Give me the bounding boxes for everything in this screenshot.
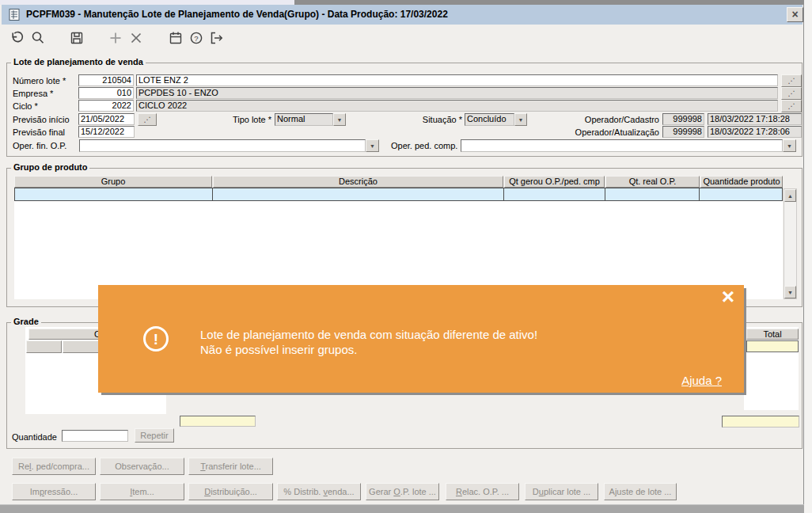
search-icon[interactable] (30, 30, 46, 46)
grade-total-cell (746, 340, 799, 352)
empresa-input[interactable]: 010 (78, 87, 134, 99)
window-document-icon (8, 8, 21, 21)
column-header-quantidade-produto[interactable]: Quantidade produto (700, 176, 783, 188)
rel-ped-compra-button[interactable]: Rel. ped/compra... (12, 458, 96, 475)
exit-icon[interactable] (208, 30, 226, 46)
oper-ped-comp-dropdown-icon[interactable]: ▼ (783, 139, 796, 152)
column-header-grupo[interactable]: Grupo (14, 176, 212, 188)
numero-lote-desc-field[interactable]: LOTE ENZ 2 (136, 74, 778, 86)
notification-toast: × ! Lote de planejamento de venda com si… (98, 285, 744, 393)
transferir-lote-button[interactable]: Transferir lote... (188, 458, 273, 475)
grade-row-header-cell-1 (26, 340, 62, 353)
relac-op-button[interactable]: Relac. O.P. ... (446, 483, 519, 500)
ciclo-lookup-button[interactable]: ⋰ (781, 100, 802, 112)
empresa-desc-field: PCPDES 10 - ENZO (136, 87, 778, 99)
numero-lote-lookup-button[interactable]: ⋰ (781, 74, 802, 87)
operador-cadastro-code-field: 999998 (662, 113, 704, 125)
distrib-venda-button[interactable]: % Distrib. venda... (277, 483, 361, 500)
ciclo-label: Ciclo * (13, 101, 38, 112)
situacao-label: Situação * (417, 115, 462, 125)
ciclo-input[interactable]: 2022 (78, 100, 134, 112)
application-window: PCPFM039 - Manutenção Lote de Planejamen… (0, 0, 812, 513)
numero-lote-input[interactable]: 210504 (78, 74, 134, 86)
selected-row-cell-qt-gerou[interactable] (504, 188, 605, 200)
selected-row-cell-qt-real[interactable] (605, 188, 700, 200)
numero-lote-label: Número lote * (13, 76, 66, 86)
grade-grand-total-field (722, 416, 799, 428)
window-title: PCPFM039 - Manutenção Lote de Planejamen… (26, 10, 448, 20)
grade-column-total-field (180, 416, 256, 427)
tipo-lote-label: Tipo lote * (227, 115, 271, 125)
toast-message-line2: Não é possível inserir grupos. (200, 342, 357, 357)
toast-message-line1: Lote de planejamento de venda com situaç… (200, 327, 537, 342)
observacao-button[interactable]: Observação... (100, 458, 184, 475)
svg-text:?: ? (194, 34, 198, 43)
tipo-lote-dropdown-icon[interactable]: ▼ (333, 113, 346, 126)
grupo-table-selected-row[interactable] (14, 188, 783, 201)
operador-atualizacao-code-field: 999998 (662, 126, 704, 138)
delete-icon[interactable] (128, 30, 144, 46)
column-header-qt-real[interactable]: Qt. real O.P. (605, 176, 700, 188)
ajuste-de-lote-button[interactable]: Ajuste de lote ... (604, 483, 677, 500)
toast-close-icon[interactable]: × (722, 285, 734, 309)
ciclo-desc-field: CICLO 2022 (136, 100, 778, 112)
oper-fin-op-label: Oper. fin. O.P. (13, 141, 66, 151)
scroll-down-icon[interactable]: ▼ (784, 286, 796, 298)
scroll-up-icon[interactable]: ▲ (784, 189, 796, 202)
titlebar[interactable]: PCPFM039 - Manutenção Lote de Planejamen… (2, 5, 803, 25)
selected-row-cell-grupo[interactable] (15, 188, 213, 200)
previsao-final-input[interactable]: 15/12/2022 (78, 126, 135, 138)
gerar-op-lote-button[interactable]: Gerar O.P. lote ... (366, 483, 439, 500)
oper-fin-op-combobox[interactable] (79, 139, 366, 152)
oper-ped-comp-label: Oper. ped. comp. (391, 141, 457, 151)
calendar-icon[interactable] (168, 30, 184, 46)
help-icon[interactable]: ? (188, 30, 204, 46)
previsao-final-label: Previsão final (13, 127, 65, 138)
toolbar: ? (2, 25, 803, 51)
lote-groupbox-legend: Lote de planejamento de venda (11, 58, 146, 66)
warning-icon: ! (143, 326, 169, 352)
column-header-qt-gerou[interactable]: Qt gerou O.P./ped. cmp (504, 176, 605, 188)
selected-row-cell-quantidade[interactable] (700, 188, 782, 200)
quantidade-input[interactable] (62, 430, 128, 442)
oper-fin-op-dropdown-icon[interactable]: ▼ (366, 139, 379, 152)
undo-icon[interactable] (9, 30, 25, 46)
situacao-combobox[interactable]: Concluído (465, 113, 514, 126)
empresa-lookup-button[interactable]: ⋰ (781, 87, 802, 100)
duplicar-lote-button[interactable]: Duplicar lote ... (525, 483, 598, 500)
add-icon[interactable] (108, 30, 123, 46)
toast-shadow-right (744, 288, 746, 395)
quantidade-label: Quantidade (12, 432, 57, 443)
operador-cadastro-datetime-field: 18/03/2022 17:18:28 (708, 113, 802, 125)
toast-shadow-bottom (101, 393, 746, 395)
repetir-button[interactable]: Repetir (135, 428, 174, 443)
operador-cadastro-label: Operador/Cadastro (570, 115, 659, 125)
operador-atualizacao-label: Operador/Atualização (566, 127, 659, 138)
tipo-lote-combobox[interactable]: Normal (275, 113, 333, 126)
selected-row-cell-descricao[interactable] (213, 188, 504, 200)
grade-legend: Grade (11, 317, 41, 326)
previsao-inicio-label: Previsão início (13, 115, 70, 125)
impressao-button[interactable]: Impressão... (12, 483, 96, 500)
previsao-inicio-lookup-button[interactable]: ⋰ (138, 113, 157, 126)
grade-total-header: Total (746, 329, 799, 340)
grupo-table-scrollbar[interactable]: ▲ ▼ (784, 188, 797, 299)
bottom-frame-strip (0, 504, 804, 513)
column-header-descricao[interactable]: Descrição (213, 176, 503, 188)
grupo-produto-legend: Grupo de produto (11, 163, 89, 172)
situacao-dropdown-icon[interactable]: ▼ (514, 113, 527, 126)
item-button[interactable]: Item... (100, 483, 184, 500)
distribuicao-button[interactable]: Distribuição... (188, 483, 273, 500)
window-close-button[interactable]: × (787, 7, 803, 22)
operador-atualizacao-datetime-field: 18/03/2022 17:28:06 (708, 126, 802, 138)
empresa-label: Empresa * (13, 89, 53, 99)
previsao-inicio-input[interactable]: 21/05/2022 (78, 113, 135, 125)
oper-ped-comp-combobox[interactable] (461, 139, 783, 152)
toast-help-link[interactable]: Ajuda ? (681, 374, 722, 387)
save-icon[interactable] (69, 30, 85, 46)
